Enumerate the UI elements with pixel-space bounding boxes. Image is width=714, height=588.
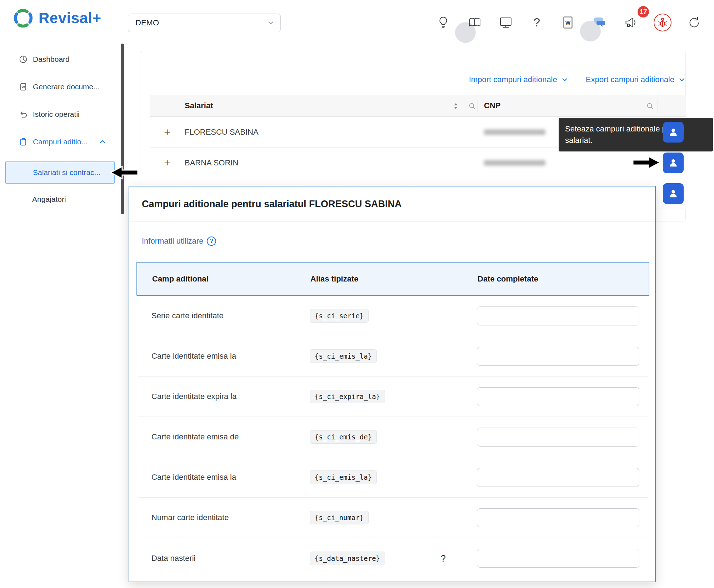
sidebar-item-salariati-si-contracte[interactable]: Salariati si contrac... [5,161,115,184]
info-link[interactable]: Informatii utilizare ? [142,236,216,246]
column-date-completate: Date completate [478,274,538,284]
sidebar-item-label: Campuri aditio... [33,138,88,146]
caret-up-icon [99,138,106,146]
sidebar-item-angajatori[interactable]: Angajatori [5,188,115,210]
field-row: Numar carte identitate {s_ci_numar} [138,498,648,538]
field-row: Carte identitate emisa de {s_ci_emis_de} [138,417,648,457]
dashboard-icon [19,55,28,64]
column-salariat: Salariat [185,101,213,110]
import-link[interactable]: Import campuri aditionale [469,75,569,84]
scrollbar-thumb[interactable] [121,44,124,214]
manual-button[interactable] [465,13,485,33]
column-separator [429,271,429,287]
person-icon [668,158,678,168]
date-completate-input[interactable] [477,387,639,406]
sidebar-item-label: Istoric operatii [33,110,80,119]
chevron-down-icon [267,19,275,27]
logout-icon [685,15,701,30]
sort-icon[interactable] [453,102,459,110]
set-additional-fields-button[interactable] [663,183,684,204]
lightbulb-icon [435,15,451,30]
employee-table-header: Salariat CNP [150,95,686,117]
date-completate-input[interactable] [477,307,639,325]
document-icon: W [19,82,28,91]
search-icon[interactable] [469,103,476,110]
lightbulb-button[interactable] [433,13,453,33]
word-document-icon: W [560,15,576,30]
import-export-links: Import campuri aditionale Export campuri… [469,75,686,84]
book-icon [467,15,483,30]
field-label: Numar carte identitate [151,513,229,522]
sidebar: Dashboard W Generare docume... Istoric o… [0,42,120,228]
modal-title: Campuri aditionale pentru salariatul FLO… [142,199,402,210]
bug-report-button[interactable] [654,14,671,31]
field-row: Carte identitate emisa la {s_ci_emis_la} [138,457,648,498]
set-additional-fields-button[interactable] [663,153,684,173]
alias-chip: {s_ci_expira_la} [310,390,385,403]
set-additional-fields-button[interactable] [663,122,684,143]
remote-desktop-button[interactable] [496,13,516,33]
alias-chip: {s_ci_numar} [310,511,369,524]
clipboard-icon [19,137,28,146]
employee-name: FLORESCU SABINA [185,128,259,137]
field-label: Serie carte identitate [151,311,224,320]
annotation-arrow-left [110,165,139,180]
field-help-icon[interactable]: ? [441,553,446,563]
alias-chip: {s_ci_emis_de} [310,430,377,444]
export-link[interactable]: Export campuri aditionale [586,75,686,84]
monitor-icon [498,15,514,30]
logo-icon [13,8,34,29]
chevron-down-icon [561,76,569,84]
cnp-value-masked [484,160,545,165]
person-icon [668,189,678,199]
top-bar: Revisal+ DEMO [0,0,714,42]
sidebar-item-generare-documente[interactable]: W Generare docume... [0,76,120,98]
tooltip: Seteaza campuri aditionale pentru salari… [559,118,713,151]
cnp-value-masked [484,129,545,135]
sidebar-item-istoric-operatii[interactable]: Istoric operatii [0,103,120,125]
logout-button[interactable] [683,13,703,33]
date-completate-input[interactable] [477,347,639,366]
word-template-button[interactable]: W [558,13,578,33]
date-completate-input[interactable] [477,549,639,568]
help-circle-icon: ? [207,236,216,246]
import-link-label: Import campuri aditionale [469,75,557,84]
sidebar-subitem-label: Angajatori [32,195,66,204]
column-separator [478,100,478,113]
expand-row-button[interactable]: + [161,126,174,138]
help-button[interactable]: ? [527,13,547,33]
employee-name: BARNA SORIN [185,158,238,168]
svg-text:W: W [565,20,571,26]
expand-row-button[interactable]: + [161,157,174,169]
modal-table-header: Camp aditional Alias tipizate Date compl… [136,262,649,296]
chat-button[interactable] [589,13,609,33]
app-logo[interactable]: Revisal+ [13,8,101,29]
alias-chip: {s_ci_emis_la} [310,470,377,484]
search-icon[interactable] [646,103,654,110]
history-icon [19,110,28,119]
sidebar-subitem-label: Salariati si contrac... [33,168,100,177]
chat-icon [591,15,607,30]
field-row: Serie carte identitate {s_ci_serie} [138,296,648,336]
date-completate-input[interactable] [477,428,639,447]
sidebar-item-dashboard[interactable]: Dashboard [0,48,120,70]
divider [129,221,655,221]
field-label: Carte identitate emisa la [151,352,236,361]
column-separator [300,271,300,287]
alias-chip: {s_ci_serie} [310,309,369,323]
field-row: Carte identitate emisa la {s_ci_emis_la} [138,336,648,377]
field-label: Carte identitate expira la [151,392,236,401]
help-icon: ? [534,16,540,29]
bug-icon [655,15,670,30]
logo-text: Revisal+ [39,10,101,27]
date-completate-input[interactable] [477,468,639,487]
field-row: Carte identitate expira la {s_ci_expira_… [138,377,648,417]
info-link-label: Informatii utilizare [142,236,203,246]
notification-badge: 17 [636,5,650,19]
annotation-arrow-right [632,155,661,170]
date-completate-input[interactable] [477,508,639,527]
company-select[interactable]: DEMO [128,14,281,32]
column-alias-tipizate: Alias tipizate [310,274,358,284]
employee-row: + BARNA SORIN [150,148,686,178]
sidebar-item-campuri-aditionale[interactable]: Campuri aditio... [0,131,120,153]
